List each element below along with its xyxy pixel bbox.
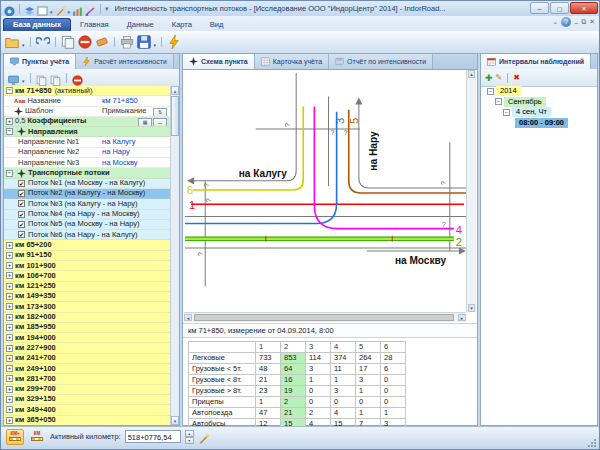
expand-icon[interactable]: [6, 417, 13, 424]
scroll-up-icon[interactable]: [171, 86, 179, 95]
minimize-button[interactable]: [530, 2, 549, 14]
close-button[interactable]: [570, 2, 598, 14]
km-toggle[interactable]: КМ: [28, 429, 46, 445]
cell[interactable]: 16: [281, 375, 306, 386]
cell[interactable]: 6: [381, 364, 406, 375]
flow-row[interactable]: Поток №1 (на Москву - на Калугу): [4, 179, 170, 189]
save-dropdown-icon[interactable]: [154, 33, 157, 51]
checkbox-checked[interactable]: [18, 180, 25, 187]
checkbox-checked[interactable]: [18, 231, 25, 238]
expand-icon[interactable]: [6, 252, 13, 259]
direction-value[interactable]: на Москву: [102, 158, 138, 168]
expand-icon[interactable]: [6, 365, 13, 372]
year-row[interactable]: 2014: [481, 86, 597, 97]
direction-value[interactable]: на Нару: [102, 148, 130, 158]
cell[interactable]: 0: [331, 397, 356, 408]
tab-points-of-record[interactable]: Пункты учёта: [4, 54, 76, 69]
flow-row[interactable]: Поток №5 (на Москву - на Нару): [4, 220, 170, 230]
direction-value[interactable]: на Калугу: [102, 137, 136, 147]
collapse-icon[interactable]: [495, 98, 502, 105]
wand-icon[interactable]: [198, 431, 210, 443]
tab-view[interactable]: Вид: [201, 19, 233, 31]
link-icon[interactable]: [36, 35, 50, 49]
child-restore-icon[interactable]: ⧉: [581, 18, 586, 26]
cell[interactable]: 1: [381, 408, 406, 419]
cell[interactable]: 0: [306, 397, 331, 408]
tab-observation-intervals[interactable]: Интервалы наблюдений: [481, 54, 591, 69]
cell[interactable]: 28: [381, 353, 406, 364]
coefficients-row[interactable]: 0,5 Коэффициенты ▦ ...: [4, 117, 170, 127]
point-row[interactable]: км 299+700: [4, 385, 170, 395]
point-row[interactable]: км 101+900: [4, 261, 170, 271]
cell[interactable]: 21: [256, 375, 281, 386]
collapse-icon[interactable]: [487, 88, 494, 95]
point-row[interactable]: км 365+050: [4, 416, 170, 426]
layers-icon[interactable]: [24, 3, 35, 14]
cell[interactable]: 1: [356, 386, 381, 397]
delete-interval-icon[interactable]: ✖: [513, 73, 520, 82]
tab-data[interactable]: Данные: [118, 19, 163, 31]
coefficients-chart-button[interactable]: ▦: [138, 118, 152, 127]
point-row[interactable]: км 329+150: [4, 395, 170, 405]
diagram-vertical-scrollbar[interactable]: ▴ ▾: [466, 70, 476, 312]
cell[interactable]: 47: [256, 408, 281, 419]
column-header[interactable]: 6: [381, 342, 406, 353]
expand-icon[interactable]: [6, 262, 13, 269]
flows-header-row[interactable]: Транспортные потоки: [4, 168, 170, 178]
point-row[interactable]: км 65+200: [4, 240, 170, 250]
point-row[interactable]: км 249+100: [4, 364, 170, 374]
point-row[interactable]: км 349+400: [4, 405, 170, 415]
cell[interactable]: 1: [256, 397, 281, 408]
table-row[interactable]: Автопоезда 47 21 2 4 1 1: [189, 408, 406, 419]
point-row[interactable]: км 173+300: [4, 302, 170, 312]
cell[interactable]: 4: [331, 408, 356, 419]
table-row[interactable]: Грузовые < 5т. 48 64 3 11 17 6: [189, 364, 406, 375]
add-point-dropdown-icon[interactable]: [22, 69, 25, 87]
help-icon[interactable]: ?: [561, 17, 571, 27]
export-icon[interactable]: [61, 35, 75, 49]
cell[interactable]: 264: [356, 353, 381, 364]
expand-icon[interactable]: [6, 334, 13, 341]
lightning-icon[interactable]: [167, 35, 181, 49]
spin-down-icon[interactable]: [185, 437, 194, 444]
collapse-icon[interactable]: [6, 128, 13, 135]
expand-icon[interactable]: [6, 406, 13, 413]
copy-in-icon[interactable]: [36, 72, 47, 83]
point-row[interactable]: км 227+900: [4, 343, 170, 353]
chart-icon[interactable]: [72, 3, 83, 14]
eraser-icon[interactable]: [95, 35, 109, 49]
add-interval-icon[interactable]: ✚: [485, 73, 493, 83]
scroll-left-icon[interactable]: ◂: [184, 314, 192, 321]
tab-home[interactable]: Главная: [71, 19, 118, 31]
junction-diagram[interactable]: 6 1 3 5 4 2 на Калугу на Нару на Москву …: [184, 70, 476, 322]
pen-icon[interactable]: [55, 3, 66, 14]
point-row[interactable]: км 106+700: [4, 271, 170, 281]
dropdown-arrow-icon[interactable]: [68, 0, 71, 18]
expand-icon[interactable]: [6, 118, 13, 125]
expand-icon[interactable]: [6, 283, 13, 290]
cell[interactable]: 0: [356, 397, 381, 408]
cell[interactable]: 1: [356, 408, 381, 419]
cell[interactable]: 733: [256, 353, 281, 364]
checkbox-checked[interactable]: [18, 211, 25, 218]
expand-icon[interactable]: [6, 314, 13, 321]
property-row-template[interactable]: Шаблон Примыкание ⇅: [4, 107, 170, 117]
print-icon[interactable]: [120, 35, 134, 49]
column-header[interactable]: 2: [281, 342, 306, 353]
point-row[interactable]: км 149+350: [4, 292, 170, 302]
cell[interactable]: 23: [256, 386, 281, 397]
coefficients-more-button[interactable]: ...: [153, 118, 167, 127]
cell[interactable]: 3: [306, 364, 331, 375]
active-km-input[interactable]: 518+0776,54: [125, 430, 181, 443]
resize-grip[interactable]: [587, 438, 597, 448]
cell[interactable]: 1: [331, 375, 356, 386]
tree-item-active-point[interactable]: км 71+850 (активный): [4, 86, 170, 96]
cell[interactable]: 11: [331, 364, 356, 375]
point-row[interactable]: км 91+150: [4, 251, 170, 261]
diagram-horizontal-scrollbar[interactable]: ◂ ▸: [184, 312, 466, 322]
month-row[interactable]: Сентябрь: [481, 97, 597, 108]
qat-customize-icon[interactable]: ▾: [105, 5, 109, 13]
flow-row[interactable]: Поток №4 (на Нару - на Москву): [4, 210, 170, 220]
block-icon[interactable]: [78, 35, 92, 49]
expand-icon[interactable]: [6, 324, 13, 331]
